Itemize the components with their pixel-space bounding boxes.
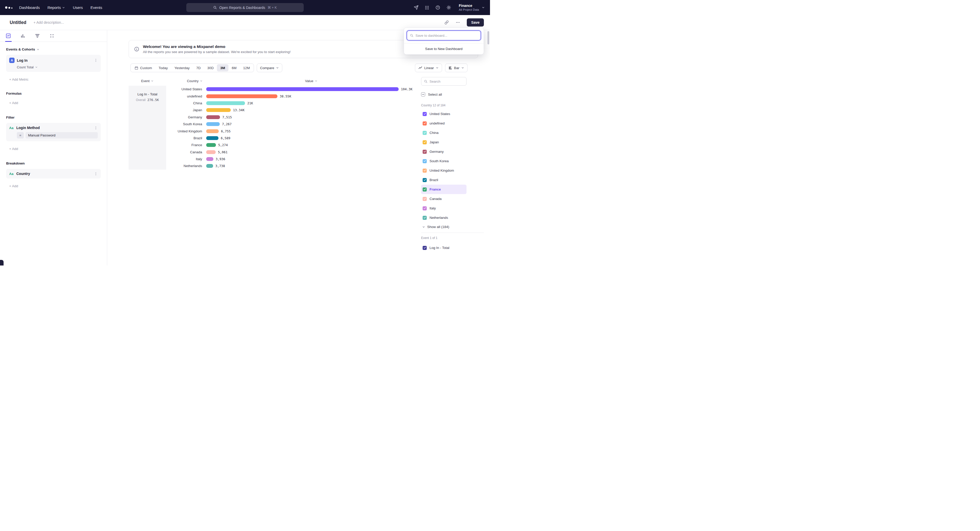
legend-checkbox[interactable] — [423, 206, 427, 211]
bar[interactable] — [206, 143, 216, 147]
kebab-menu-icon[interactable] — [94, 126, 98, 130]
indeterminate-checkbox[interactable] — [421, 92, 425, 97]
help-widget-tab[interactable] — [0, 260, 3, 265]
bar-category-label[interactable]: United States — [166, 87, 206, 91]
kebab-menu-icon[interactable] — [94, 172, 98, 176]
bar[interactable] — [206, 150, 216, 154]
legend-checkbox[interactable] — [423, 169, 427, 173]
bar-category-label[interactable]: South Korea — [166, 122, 206, 126]
preset-3m[interactable]: 3M — [217, 64, 228, 71]
add-breakdown-link[interactable]: + Add — [9, 184, 101, 188]
bar[interactable] — [206, 164, 213, 168]
more-options-icon[interactable] — [455, 20, 460, 25]
bar-category-label[interactable]: Brazil — [166, 136, 206, 140]
metric-card-log-in[interactable]: A Log In Count Total — [6, 55, 101, 72]
global-search[interactable]: Open Reports & Dashboards ⌘ + K — [186, 3, 304, 12]
legend-item-undefined[interactable]: undefined — [421, 119, 466, 128]
legend-item-canada[interactable]: Canada — [421, 194, 466, 203]
report-title[interactable]: Untitled — [10, 20, 26, 25]
filter-value-field[interactable]: Manual Password — [25, 132, 98, 138]
column-header-value[interactable]: Value — [206, 79, 417, 83]
legend-checkbox[interactable] — [423, 121, 427, 125]
project-switcher[interactable]: Finance All Project Data — [459, 3, 485, 11]
send-icon[interactable] — [414, 5, 418, 10]
legend-checkbox[interactable] — [423, 112, 427, 116]
bar[interactable] — [206, 157, 213, 161]
mixpanel-logo[interactable] — [5, 6, 13, 9]
save-dashboard-search-input[interactable]: Save to dashboard... — [407, 30, 481, 41]
add-metric-link[interactable]: + Add Metric — [9, 78, 101, 81]
aggregation-selector[interactable]: Count Total — [17, 65, 98, 69]
bar[interactable] — [206, 115, 220, 119]
bar[interactable] — [206, 87, 399, 91]
bar[interactable] — [206, 94, 277, 98]
line-style-selector[interactable]: Linear — [415, 63, 442, 72]
column-header-country[interactable]: Country — [166, 79, 206, 83]
legend-item-netherlands[interactable]: Netherlands — [421, 213, 466, 222]
chart-type-selector[interactable]: Bar — [445, 63, 468, 72]
legend-checkbox[interactable] — [423, 159, 427, 163]
preset-yesterday[interactable]: Yesterday — [171, 64, 193, 71]
nav-item-users[interactable]: Users — [73, 5, 83, 10]
tab-bar-chart[interactable] — [20, 30, 25, 41]
legend-item-germany[interactable]: Germany — [421, 147, 466, 156]
bar-category-label[interactable]: France — [166, 143, 206, 147]
events-cohorts-heading[interactable]: Events & Cohorts — [6, 48, 101, 51]
bar-category-label[interactable]: undefined — [166, 94, 206, 98]
save-to-new-dashboard-option[interactable]: Save to New Dashboard — [404, 43, 484, 54]
bar[interactable] — [206, 136, 218, 140]
bar[interactable] — [206, 122, 220, 126]
event-checkbox[interactable] — [423, 246, 427, 250]
breakdown-card-country[interactable]: Aa Country — [6, 169, 101, 179]
scrollbar-thumb[interactable] — [487, 31, 489, 44]
legend-item-united-states[interactable]: United States — [421, 109, 466, 119]
nav-item-events[interactable]: Events — [91, 5, 102, 10]
legend-checkbox[interactable] — [423, 187, 427, 192]
kebab-menu-icon[interactable] — [94, 59, 98, 62]
help-icon[interactable] — [435, 5, 440, 10]
bar[interactable] — [206, 129, 219, 133]
preset-12m[interactable]: 12M — [240, 64, 253, 71]
legend-checkbox[interactable] — [423, 178, 427, 182]
legend-item-south-korea[interactable]: South Korea — [421, 156, 466, 166]
select-all-checkbox-row[interactable]: Select all — [421, 92, 490, 97]
preset-6m[interactable]: 6M — [228, 64, 240, 71]
apps-grid-icon[interactable] — [425, 5, 429, 10]
legend-checkbox[interactable] — [423, 131, 427, 135]
preset-custom[interactable]: Custom — [131, 64, 156, 71]
preset-7d[interactable]: 7D — [193, 64, 204, 71]
bar-category-label[interactable]: United Kingdom — [166, 129, 206, 133]
bar-category-label[interactable]: Germany — [166, 115, 206, 119]
bar-category-label[interactable]: Netherlands — [166, 164, 206, 168]
column-header-event[interactable]: Event — [129, 79, 166, 83]
legend-checkbox[interactable] — [423, 216, 427, 220]
settings-gear-icon[interactable] — [446, 5, 451, 10]
bar[interactable] — [206, 101, 245, 105]
add-filter-link[interactable]: + Add — [9, 147, 101, 151]
tab-funnel[interactable] — [35, 30, 40, 41]
bar-category-label[interactable]: Canada — [166, 150, 206, 154]
save-button[interactable]: Save — [467, 18, 484, 27]
legend-item-event[interactable]: Log In - Total — [421, 243, 466, 252]
nav-item-dashboards[interactable]: Dashboards — [19, 5, 40, 10]
copy-link-icon[interactable] — [444, 20, 449, 25]
tab-insights-chart[interactable] — [6, 30, 11, 41]
compare-button[interactable]: Compare — [257, 63, 283, 72]
bar-category-label[interactable]: China — [166, 101, 206, 105]
tab-metric-grid[interactable] — [49, 30, 55, 41]
legend-item-united-kingdom[interactable]: United Kingdom — [421, 166, 466, 175]
legend-item-france[interactable]: France — [421, 185, 466, 194]
report-description-placeholder[interactable]: + Add description... — [33, 21, 64, 24]
legend-item-japan[interactable]: Japan — [421, 138, 466, 147]
event-series-cell[interactable]: Log In - Total Overall 276.5K — [129, 86, 166, 170]
show-all-toggle[interactable]: Show all (184) — [421, 225, 490, 229]
legend-item-brazil[interactable]: Brazil — [421, 175, 466, 185]
nav-item-reports[interactable]: Reports — [48, 5, 65, 10]
legend-item-italy[interactable]: Italy — [421, 203, 466, 213]
legend-item-china[interactable]: China — [421, 128, 466, 138]
legend-checkbox[interactable] — [423, 197, 427, 201]
bar[interactable] — [206, 108, 231, 112]
preset-today[interactable]: Today — [156, 64, 171, 71]
filter-operator[interactable]: = — [17, 132, 24, 138]
legend-checkbox[interactable] — [423, 140, 427, 144]
